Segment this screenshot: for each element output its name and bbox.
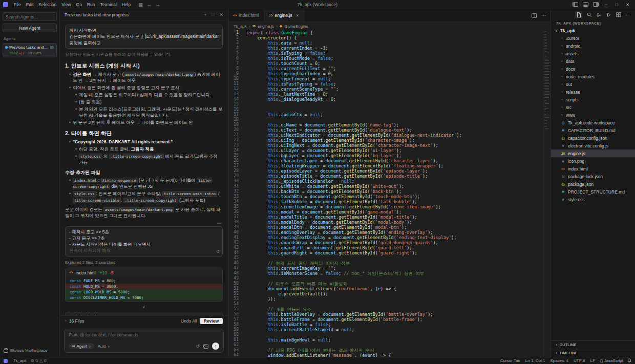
notifications-icon[interactable] xyxy=(626,358,631,363)
remote-icon[interactable] xyxy=(4,359,8,363)
file-item[interactable]: #style.css xyxy=(551,196,635,203)
menu-item-view[interactable]: View xyxy=(59,2,73,7)
close-tab-icon[interactable]: ✕ xyxy=(295,13,299,18)
expand-diff-icon[interactable]: ∨ xyxy=(65,305,223,309)
user-message[interactable]: - 제작사 로고 >> 5초- 고지 문구 >> 7초- 사운드 시작시점은 타… xyxy=(65,226,223,256)
breadcrumb-item[interactable]: GameEngine xyxy=(284,24,308,29)
code-line: 63 // 피움 RPG (배틀)에서 보내는 결과 메시지 수신 xyxy=(228,348,551,353)
folder-item[interactable]: ›src xyxy=(551,103,635,111)
close-chat-icon[interactable]: ✕ xyxy=(219,12,223,17)
file-item[interactable]: {}capacitor.config.json xyxy=(551,134,635,142)
collapse-handle-icon[interactable]: — xyxy=(66,221,222,225)
workspace-name[interactable]: 7k_apk xyxy=(11,358,29,363)
timeline-section[interactable]: › TIMELINE xyxy=(551,349,635,357)
close-button[interactable]: ✕ xyxy=(624,2,631,7)
editor-more-icon[interactable]: ⋯ xyxy=(541,13,546,18)
statusbar-item[interactable]: Cursor Tab xyxy=(498,358,523,363)
breadcrumb-item[interactable]: 7k_apk xyxy=(234,24,247,29)
restore-checkpoint-icon[interactable]: ↺ xyxy=(216,249,220,255)
file-item[interactable]: Velectron.vite.config.js xyxy=(551,142,635,149)
folder-item[interactable]: ›android xyxy=(551,42,635,50)
outline-section[interactable]: › OUTLINE xyxy=(551,340,635,349)
layout-grid-icon[interactable]: ▦ xyxy=(138,2,143,7)
folder-item[interactable]: ›.cursor xyxy=(551,34,635,42)
menu-item-file[interactable]: File xyxy=(11,2,24,7)
problems-indicator[interactable]: ⊘0 △0 xyxy=(29,358,49,363)
code-editor[interactable]: 1export class GameEngine {2 constructor(… xyxy=(228,30,551,357)
minimap[interactable] xyxy=(543,30,551,357)
window-title: 7k_apk (Workspace) xyxy=(298,2,337,7)
files-icon[interactable] xyxy=(575,11,582,18)
extensions-icon[interactable] xyxy=(616,12,621,17)
more-options-icon[interactable]: ⋯ xyxy=(210,12,215,17)
model-selector[interactable]: Auto ∨ xyxy=(98,344,110,349)
undo-all-button[interactable]: Undo All xyxy=(181,318,197,324)
menu-item-selection[interactable]: Selection xyxy=(36,2,59,7)
maximize-button[interactable]: □ xyxy=(614,2,620,7)
toggle-left-panel-icon[interactable] xyxy=(573,2,578,7)
search-agents-input[interactable]: Search Agents... xyxy=(3,12,57,21)
menu-bar: FileEditSelectionViewGoRunTerminalHelp xyxy=(11,2,133,7)
menu-item-terminal[interactable]: Terminal xyxy=(98,2,119,7)
nav-back-icon[interactable]: ← xyxy=(147,2,152,7)
folder-item[interactable]: ›www xyxy=(551,111,635,119)
minimap-line xyxy=(544,90,549,90)
statusbar-item[interactable]: Ln 1, Col 1 xyxy=(523,358,548,363)
file-item[interactable]: ▣icon.png xyxy=(551,157,635,165)
toggle-bottom-panel-icon[interactable] xyxy=(583,2,588,7)
statusbar-item[interactable]: LF xyxy=(588,358,598,363)
mode-selector[interactable]: ∞ Agent ∨ xyxy=(69,343,94,349)
file-item[interactable]: <>index.html xyxy=(551,165,635,173)
browse-marketplace-link[interactable]: Browse Marketplace xyxy=(3,347,57,354)
file-item[interactable]: {}package-lock.json xyxy=(551,173,635,180)
split-editor-icon[interactable] xyxy=(532,13,537,18)
workspace-label: 7K_APK (WORKSPACE) xyxy=(551,20,635,27)
folder-item[interactable]: ›docs xyxy=(551,65,635,73)
menu-item-help[interactable]: Help xyxy=(119,2,133,7)
sidebar-more-icon[interactable]: ⋯ xyxy=(626,12,630,17)
folder-item[interactable]: ›scripts xyxy=(551,96,635,103)
review-button[interactable]: Review xyxy=(200,318,223,324)
user-message[interactable]: 게임 시작하면검은화면에 페이드 인으로 제작사 로고 (E:\7k_apk\a… xyxy=(65,25,223,49)
statusbar-item[interactable]: {} JavaScript xyxy=(598,358,626,363)
tree-root[interactable]: ∨7k_apk xyxy=(551,27,635,34)
send-button[interactable]: ↑ xyxy=(212,342,219,350)
breadcrumb-item[interactable]: engine.js xyxy=(258,24,274,29)
statusbar-item[interactable]: Spaces: 4 xyxy=(547,358,571,363)
agent-list-item[interactable]: Previous tasks and new ... 8h +532 -27 ·… xyxy=(3,43,57,57)
files-changed-bar[interactable]: › 16 Files Undo All Review xyxy=(60,315,228,326)
attach-image-icon[interactable] xyxy=(203,344,208,349)
tab-engine.js[interactable]: JSengine.js✕ xyxy=(264,9,304,22)
folder-item[interactable]: ›node_modules xyxy=(551,73,635,80)
new-agent-button[interactable]: New Agent xyxy=(3,24,57,32)
chat-input-box[interactable]: Plan, @ for context, / for commands ∞ Ag… xyxy=(64,329,224,353)
search-icon[interactable] xyxy=(587,12,592,17)
source-control-icon[interactable] xyxy=(597,12,602,17)
toggle-right-panel-icon[interactable] xyxy=(593,2,599,7)
folder-item[interactable]: ›assets xyxy=(551,50,635,57)
file-item[interactable]: {}package.json xyxy=(551,180,635,188)
menu-item-edit[interactable]: Edit xyxy=(24,2,36,7)
file-item[interactable]: MPROJECT_STRUCTURE.md xyxy=(551,188,635,196)
chevron-right-icon: › xyxy=(560,59,564,63)
menu-item-run[interactable]: Run xyxy=(84,2,98,7)
history-icon[interactable]: ↺ xyxy=(196,344,200,349)
line-number: 36 xyxy=(228,209,247,215)
folder-item[interactable]: ›out xyxy=(551,80,635,88)
diff-card-header[interactable]: <>index.html+10-5 xyxy=(66,268,222,277)
folder-item[interactable]: ›data xyxy=(551,57,635,65)
folder-item[interactable]: ›release xyxy=(551,88,635,96)
nav-forward-icon[interactable]: → xyxy=(156,2,160,7)
run-debug-icon[interactable] xyxy=(606,12,611,17)
statusbar-item[interactable]: UTF-8 xyxy=(571,358,588,363)
line-number: 22 xyxy=(228,138,247,143)
tab-index.html[interactable]: <>index.html xyxy=(228,9,264,22)
new-chat-icon[interactable]: + xyxy=(204,12,206,17)
minimize-button[interactable]: ─ xyxy=(603,2,609,7)
file-item[interactable]: JSengine.js xyxy=(551,149,635,157)
file-item[interactable]: {}7k_apk.code-workspace xyxy=(551,119,635,126)
minimap-line xyxy=(544,70,549,70)
file-item[interactable]: MCAPACITOR_BUILD.md xyxy=(551,126,635,134)
menu-item-go[interactable]: Go xyxy=(74,2,84,7)
bullet-item: •본 게임의 모든 리소스(프로그래밍, 그래픽, 사운드)는 / 정식 라이선… xyxy=(65,106,223,119)
